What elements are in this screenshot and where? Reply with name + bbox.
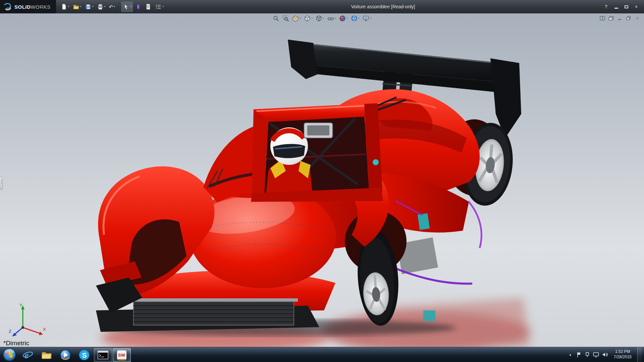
section-view-icon <box>292 15 299 22</box>
edit-appearance-button[interactable]: ▾ <box>338 14 349 22</box>
hide-show-items-button[interactable]: ▾ <box>326 14 337 22</box>
minimize-button[interactable] <box>611 2 621 11</box>
left-panel-splitter-handle[interactable] <box>0 177 3 190</box>
print-button[interactable]: ▾ <box>96 2 107 12</box>
dropdown-caret: ▾ <box>80 5 82 8</box>
dropdown-caret: ▾ <box>92 5 94 8</box>
save-button[interactable]: ▾ <box>84 2 95 12</box>
dassault-3ds-logo <box>3 2 12 11</box>
dropdown-caret: ▾ <box>114 5 115 8</box>
app-logo: SOLIDWORKS <box>0 0 56 13</box>
clock-date: 7/28/2015 <box>614 355 632 360</box>
open-button[interactable]: ▾ <box>71 2 83 12</box>
display-icon[interactable] <box>593 352 599 357</box>
taskbar-command-prompt[interactable] <box>94 348 112 362</box>
rebuild-icon <box>135 3 142 10</box>
undo-icon: ↶ <box>109 4 113 9</box>
side-intake-teal <box>418 213 430 230</box>
solidworks-version-badge: 2015 <box>118 358 125 361</box>
cascade-windows-button[interactable] <box>608 15 614 21</box>
taskbar: e <box>0 347 644 362</box>
taskbar-internet-explorer[interactable]: e <box>19 348 37 362</box>
triad-x-label: X <box>43 327 46 332</box>
taskbar-solidworks-2015[interactable]: SW 2015 <box>113 348 131 362</box>
show-desktop-button[interactable] <box>637 347 642 362</box>
print-icon <box>97 3 104 10</box>
select-button[interactable]: ▾ <box>121 2 133 12</box>
dropdown-caret: ▾ <box>311 17 313 20</box>
new-document-button[interactable]: ▾ <box>59 2 71 12</box>
edit-appearance-icon <box>339 15 346 22</box>
main-toolbar: ▾ ▾ ▾ ▾ <box>56 2 165 12</box>
command-prompt-icon <box>97 350 109 360</box>
split-view-button[interactable] <box>599 15 606 21</box>
display-style-icon <box>316 15 322 22</box>
taskbar-clock[interactable]: 1:52 PM 7/28/2015 <box>611 349 634 360</box>
zoom-to-area-button[interactable] <box>281 14 290 22</box>
graphics-area[interactable] <box>0 13 644 347</box>
dropdown-caret: ▾ <box>104 5 106 8</box>
restore-document-button[interactable] <box>625 15 632 21</box>
options-icon <box>155 3 162 10</box>
file-explorer-icon <box>41 350 52 360</box>
taskbar-messenger[interactable]: S <box>75 348 93 362</box>
file-properties-button[interactable] <box>144 2 153 12</box>
minimize-document-button[interactable] <box>616 15 623 21</box>
dropdown-caret: ▾ <box>68 5 69 8</box>
internet-explorer-icon: e <box>22 350 34 360</box>
view-settings-button[interactable]: ▾ <box>362 14 372 22</box>
minimize-icon <box>614 8 618 9</box>
restore-document-icon <box>626 16 631 20</box>
view-orientation-icon <box>304 15 311 22</box>
undo-button[interactable]: ↶ ▾ <box>108 2 117 12</box>
select-icon <box>123 3 129 10</box>
open-icon <box>73 3 79 10</box>
windows-start-icon <box>2 348 16 362</box>
clock-time: 1:52 PM <box>614 349 632 355</box>
cascade-windows-icon <box>608 16 614 20</box>
media-player-icon <box>60 349 71 361</box>
hide-show-items-icon <box>327 15 334 22</box>
triad-z-label: Z <box>9 329 11 334</box>
zoom-to-area-icon <box>282 15 289 22</box>
dropdown-caret: ▾ <box>300 17 301 20</box>
view-settings-icon <box>363 15 369 22</box>
graphics-viewport[interactable]: ▾ ▾ ▾ ▾ <box>0 13 644 347</box>
display-style-button[interactable]: ▾ <box>315 14 325 22</box>
svg-text:e: e <box>24 350 29 360</box>
view-orientation-button[interactable]: ▾ <box>303 14 314 22</box>
dropdown-caret: ▾ <box>130 5 131 8</box>
dropdown-caret: ▾ <box>346 17 348 20</box>
options-button[interactable]: ▾ <box>154 2 165 12</box>
svg-text:SW: SW <box>118 353 125 358</box>
triad-y-label: Y <box>19 303 22 308</box>
help-button[interactable]: ? <box>601 2 611 11</box>
brand-text: SOLIDWORKS <box>14 4 51 10</box>
maximize-button[interactable] <box>621 2 631 11</box>
document-window-controls: × <box>599 15 641 21</box>
apply-scene-button[interactable]: ▾ <box>350 14 361 22</box>
orientation-triad: Y X Z <box>7 301 48 338</box>
taskbar-items: e <box>19 347 131 362</box>
document-title: Voiture assomblee [Read-only] <box>165 4 601 9</box>
lower-teal-part <box>423 310 435 321</box>
apply-scene-icon <box>351 15 358 22</box>
volume-icon[interactable] <box>602 352 608 357</box>
close-button[interactable]: × <box>631 2 641 11</box>
rebuild-button[interactable] <box>133 2 143 12</box>
start-button[interactable] <box>0 347 19 362</box>
taskbar-file-explorer[interactable] <box>38 348 56 362</box>
taskbar-media-player[interactable] <box>56 348 74 362</box>
hidden-icons-chevron[interactable]: ▲ <box>568 353 573 356</box>
action-center-flag-icon[interactable] <box>576 352 582 358</box>
save-icon <box>85 3 92 10</box>
new-document-icon <box>61 3 67 10</box>
dropdown-caret: ▾ <box>358 17 360 20</box>
system-tray: ▲ 1:52 PM 7/28/2015 <box>568 347 644 362</box>
heads-up-toolbar: ▾ ▾ ▾ ▾ <box>272 14 372 22</box>
section-view-button[interactable]: ▾ <box>291 14 302 22</box>
dropdown-caret: ▾ <box>323 17 324 20</box>
power-icon[interactable] <box>585 352 590 357</box>
close-document-button[interactable]: × <box>634 15 641 21</box>
zoom-to-fit-button[interactable] <box>272 14 280 22</box>
